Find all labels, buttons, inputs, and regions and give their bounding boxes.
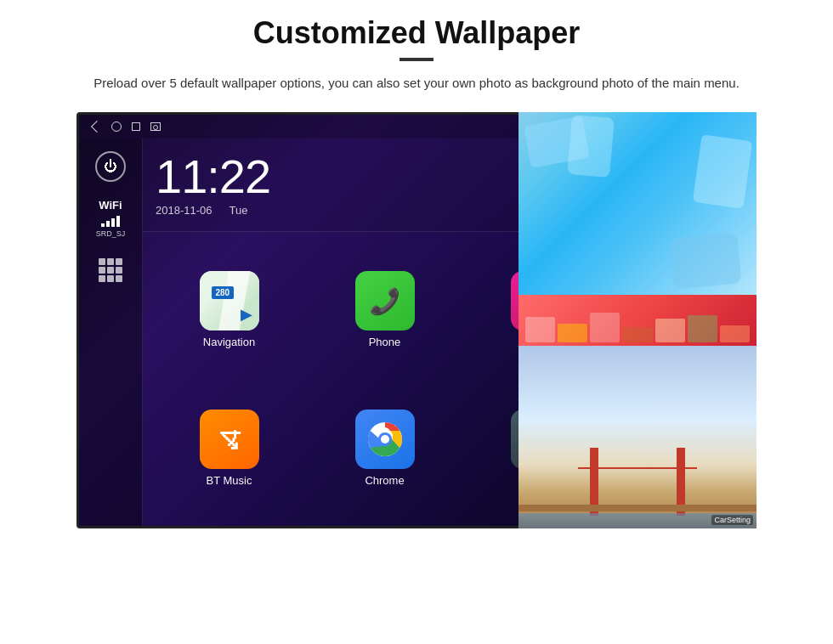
home-nav-icon [111,121,122,132]
clock-date: 2018-11-06 Tue [156,204,524,217]
wifi-bar-2 [106,221,110,227]
clock-time: 11:22 [156,153,524,201]
grid-dot [99,258,105,265]
app-label-navigation: Navigation [203,336,255,348]
wallpaper-thumb-ice[interactable] [518,112,756,295]
ice-wallpaper-bg [518,112,756,295]
btmusic-icon: ⦪ [200,410,259,469]
wifi-label: WiFi [96,199,126,212]
book-7 [720,325,750,342]
ice-decoration [518,112,756,295]
wifi-bar-4 [116,216,120,227]
bookshelf-wallpaper-bg [518,295,756,346]
wifi-section: WiFi SRD_SJ [96,199,126,238]
ice-block-2 [567,115,615,178]
navigation-icon: 280 ▶ [200,271,259,330]
page-description: Preload over 5 default wallpaper options… [94,73,740,93]
app-chrome[interactable]: Chrome [307,379,462,517]
app-navigation[interactable]: 280 ▶ Navigation [151,240,307,379]
nav-shield: 280 [212,286,235,299]
wifi-bar-3 [111,218,115,227]
book-6 [688,315,717,342]
wifi-bar-1 [101,223,105,227]
grid-dot [107,275,114,282]
wallpaper-thumb-bridge[interactable]: CarSetting [518,346,756,528]
clock-date-value: 2018-11-06 [156,204,212,217]
status-bar-left [89,121,161,132]
ice-block-3 [670,233,742,290]
sidebar: ⏻ WiFi SRD_SJ [79,138,143,526]
page-title: Customized Wallpaper [253,15,581,51]
power-button[interactable]: ⏻ [95,151,126,182]
clock-day-value: Tue [230,204,248,217]
wallpaper-thumb-bookshelf[interactable] [518,295,756,346]
svg-point-2 [381,435,389,443]
bridge-wallpaper-bg: CarSetting [518,346,756,528]
photo-nav-icon [150,122,161,131]
app-phone[interactable]: 📞 Phone [307,240,462,379]
bridge-road [518,505,756,511]
android-screen-container: ● ▴ 11:22 ⏻ WiFi [76,112,756,528]
app-label-phone: Phone [369,336,401,348]
grid-dot [107,258,114,265]
book-3 [590,313,620,342]
bridge-cable-main [578,467,697,469]
book-5 [655,319,685,342]
grid-dot [107,267,114,274]
grid-dot [116,275,122,282]
app-btmusic[interactable]: ⦪ BT Music [151,379,307,517]
book-4 [622,327,652,342]
title-divider [400,58,434,61]
bluetooth-symbol: ⦪ [218,426,241,454]
grid-dot [116,258,122,265]
phone-icon: 📞 [355,271,415,330]
back-nav-icon [91,121,103,133]
ice-block-4 [693,134,753,209]
phone-symbol: 📞 [369,286,400,316]
wifi-ssid: SRD_SJ [96,229,126,238]
chrome-icon [355,410,415,469]
app-label-chrome: Chrome [365,474,404,487]
book-2 [558,324,587,342]
grid-dot [116,267,122,274]
carsetting-label: CarSetting [711,515,753,525]
chrome-svg [366,421,404,458]
clock-time-area: 11:22 2018-11-06 Tue [156,153,524,217]
apps-grid-button[interactable] [95,255,126,285]
grid-dot [99,267,105,274]
app-label-btmusic: BT Music [207,474,252,487]
recent-nav-icon [132,122,140,131]
page-wrapper: Customized Wallpaper Preload over 5 defa… [0,0,833,644]
nav-map-bg: 280 ▶ [200,271,259,330]
wallpaper-thumbnails: CarSetting [518,112,756,528]
book-1 [525,317,555,342]
wifi-bars [96,215,126,227]
nav-arrow-icon: ▶ [241,305,252,324]
grid-dot [99,275,105,282]
